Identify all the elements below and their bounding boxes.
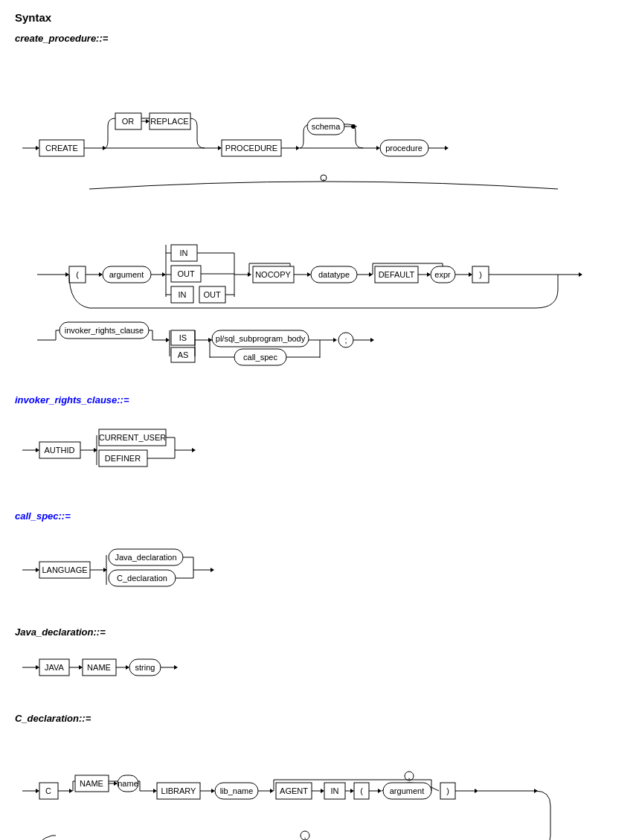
- svg-marker-176: [270, 789, 274, 793]
- svg-marker-140: [211, 568, 214, 572]
- svg-text:invoker_rights_clause: invoker_rights_clause: [65, 326, 144, 335]
- section-title-callspec: call_spec::=: [15, 510, 621, 522]
- svg-text:pl/sql_subprogram_body: pl/sql_subprogram_body: [216, 334, 306, 343]
- svg-marker-154: [174, 665, 178, 670]
- svg-marker-124: [192, 448, 196, 452]
- svg-text:DEFAULT: DEFAULT: [379, 270, 415, 279]
- svg-text:name: name: [118, 779, 138, 788]
- svg-text:CREATE: CREATE: [45, 144, 78, 153]
- svg-marker-188: [378, 789, 382, 793]
- svg-marker-156: [36, 789, 39, 793]
- svg-marker-146: [79, 665, 83, 670]
- section-java-declaration: Java_declaration::= JAVA NAME string: [15, 626, 621, 692]
- svg-marker-67: [369, 272, 373, 277]
- svg-text:CURRENT_USER: CURRENT_USER: [99, 433, 167, 442]
- svg-text:IN: IN: [180, 249, 188, 257]
- svg-text:OUT: OUT: [203, 290, 221, 299]
- section-title-create-procedure: create_procedure::=: [15, 33, 621, 44]
- svg-marker-84: [166, 338, 170, 342]
- section-title-java: Java_declaration::=: [15, 626, 621, 638]
- java-declaration-diagram: JAVA NAME string: [15, 645, 625, 690]
- svg-text:LANGUAGE: LANGUAGE: [42, 565, 87, 574]
- svg-marker-1: [36, 146, 39, 150]
- svg-marker-41: [162, 272, 166, 277]
- svg-marker-104: [333, 338, 337, 342]
- svg-marker-180: [321, 789, 324, 793]
- svg-marker-75: [469, 272, 472, 277]
- svg-text:;: ;: [344, 336, 347, 344]
- svg-text:REPLACE: REPLACE: [150, 117, 188, 126]
- svg-text:datatype: datatype: [318, 270, 350, 279]
- svg-marker-29: [445, 146, 449, 150]
- svg-marker-79: [579, 272, 582, 277]
- svg-text:): ): [479, 270, 482, 279]
- svg-marker-71: [427, 272, 431, 277]
- svg-marker-108: [370, 338, 374, 342]
- svg-text:JAVA: JAVA: [45, 663, 65, 672]
- svg-text:IN: IN: [179, 290, 187, 299]
- svg-marker-25: [376, 146, 380, 150]
- svg-text:DEFINER: DEFINER: [105, 454, 141, 463]
- svg-marker-184: [350, 789, 354, 793]
- svg-marker-14: [218, 146, 222, 150]
- section-invoker-rights: invoker_rights_clause::= AUTHID CURRENT_…: [15, 394, 621, 490]
- svg-text:NOCOPY: NOCOPY: [255, 270, 291, 279]
- svg-text:schema: schema: [312, 122, 341, 131]
- svg-marker-33: [65, 272, 69, 277]
- svg-text:string: string: [135, 663, 155, 672]
- section-c-declaration: C_declaration::= C NAME name LIBRARY: [15, 713, 621, 840]
- svg-text:OR: OR: [122, 117, 135, 126]
- svg-marker-172: [211, 789, 215, 793]
- c-declaration-diagram: C NAME name LIBRARY lib_name: [15, 731, 625, 840]
- svg-marker-160: [69, 789, 73, 793]
- svg-text:C_declaration: C_declaration: [117, 574, 167, 583]
- svg-text:C: C: [45, 786, 51, 795]
- svg-text:IS: IS: [179, 333, 187, 342]
- section-create-procedure: create_procedure::= CREATE OR REPLACE: [15, 33, 621, 373]
- svg-marker-126: [36, 568, 39, 572]
- svg-text:PROCEDURE: PROCEDURE: [225, 144, 277, 153]
- section-title-c: C_declaration::=: [15, 713, 621, 724]
- svg-marker-18: [296, 146, 300, 150]
- svg-text:call_spec: call_spec: [243, 353, 277, 362]
- svg-marker-37: [99, 272, 103, 277]
- svg-text:(: (: [360, 786, 363, 795]
- svg-text:): ): [446, 786, 449, 795]
- section-call-spec: call_spec::= LANGUAGE Java_declaration C…: [15, 510, 621, 606]
- svg-text:Java_declaration: Java_declaration: [115, 553, 176, 562]
- svg-marker-63: [307, 272, 311, 277]
- svg-marker-110: [36, 448, 39, 452]
- svg-text:,: ,: [408, 772, 410, 780]
- svg-marker-9: [146, 119, 150, 124]
- svg-text:(: (: [76, 270, 79, 279]
- svg-text:expr: expr: [434, 270, 451, 279]
- svg-text:OUT: OUT: [177, 269, 195, 278]
- svg-text:IN: IN: [331, 786, 339, 795]
- svg-text:AUTHID: AUTHID: [45, 446, 75, 455]
- svg-text:NAME: NAME: [87, 663, 111, 672]
- svg-text:AGENT: AGENT: [280, 786, 308, 795]
- svg-point-22: [351, 124, 356, 129]
- page-title: Syntax: [15, 11, 621, 24]
- create-procedure-diagram: CREATE OR REPLACE PROCEDURE: [15, 51, 625, 371]
- svg-text:lib_name: lib_name: [220, 786, 254, 795]
- svg-text:NAME: NAME: [80, 779, 103, 788]
- call-spec-diagram: LANGUAGE Java_declaration C_declaration: [15, 529, 625, 603]
- invoker-rights-diagram: AUTHID CURRENT_USER DEFINER: [15, 413, 625, 487]
- svg-marker-196: [475, 789, 478, 793]
- svg-text:argument: argument: [109, 270, 144, 279]
- svg-text:AS: AS: [178, 350, 189, 359]
- svg-text:LIBRARY: LIBRARY: [161, 786, 197, 795]
- svg-text:,: ,: [322, 173, 324, 182]
- svg-text:,: ,: [303, 831, 306, 840]
- svg-text:procedure: procedure: [385, 144, 423, 153]
- svg-marker-142: [36, 665, 39, 670]
- svg-text:argument: argument: [390, 786, 424, 795]
- svg-marker-150: [126, 665, 129, 670]
- section-title-invoker: invoker_rights_clause::=: [15, 394, 621, 405]
- svg-marker-168: [153, 789, 157, 793]
